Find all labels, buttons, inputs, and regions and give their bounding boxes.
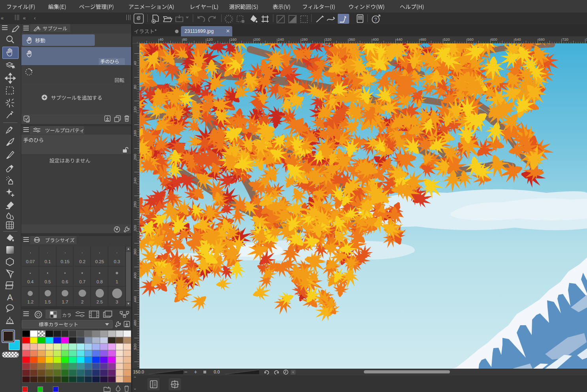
svg-text:?: ? bbox=[374, 17, 377, 23]
svg-text:A: A bbox=[7, 292, 13, 302]
